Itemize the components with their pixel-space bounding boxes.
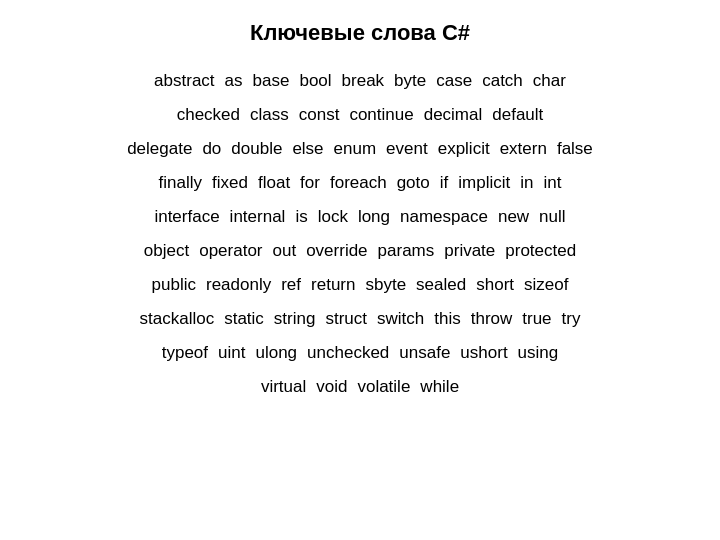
keyword-item: private — [444, 234, 495, 268]
keyword-item: delegate — [127, 132, 192, 166]
keyword-item: short — [476, 268, 514, 302]
keyword-item: object — [144, 234, 189, 268]
keyword-item: fixed — [212, 166, 248, 200]
keyword-item: byte — [394, 64, 426, 98]
keyword-item: for — [300, 166, 320, 200]
keyword-item: internal — [230, 200, 286, 234]
keyword-item: else — [292, 132, 323, 166]
keyword-item: explicit — [438, 132, 490, 166]
keyword-row: virtualvoidvolatilewhile — [10, 370, 710, 404]
keyword-item: null — [539, 200, 565, 234]
keyword-item: sbyte — [365, 268, 406, 302]
keyword-item: break — [342, 64, 385, 98]
keyword-item: abstract — [154, 64, 214, 98]
keyword-item: return — [311, 268, 355, 302]
keyword-item: using — [518, 336, 559, 370]
keyword-item: default — [492, 98, 543, 132]
keyword-item: typeof — [162, 336, 208, 370]
keyword-row: checkedclassconstcontinuedecimaldefault — [10, 98, 710, 132]
keyword-item: sizeof — [524, 268, 568, 302]
keyword-item: struct — [325, 302, 367, 336]
keyword-item: decimal — [424, 98, 483, 132]
keyword-item: case — [436, 64, 472, 98]
keyword-item: virtual — [261, 370, 306, 404]
keyword-item: goto — [397, 166, 430, 200]
keyword-item: class — [250, 98, 289, 132]
keyword-item: this — [434, 302, 460, 336]
keyword-row: abstractasbaseboolbreakbytecasecatchchar — [10, 64, 710, 98]
keyword-item: try — [562, 302, 581, 336]
keyword-item: readonly — [206, 268, 271, 302]
keyword-item: if — [440, 166, 449, 200]
keyword-item: namespace — [400, 200, 488, 234]
keyword-row: interfaceinternalislocklongnamespacenewn… — [10, 200, 710, 234]
keyword-item: protected — [505, 234, 576, 268]
keyword-item: foreach — [330, 166, 387, 200]
keyword-item: catch — [482, 64, 523, 98]
keyword-item: enum — [334, 132, 377, 166]
keyword-item: stackalloc — [140, 302, 215, 336]
keyword-item: ref — [281, 268, 301, 302]
keyword-item: unchecked — [307, 336, 389, 370]
keyword-item: string — [274, 302, 316, 336]
keyword-item: false — [557, 132, 593, 166]
keyword-item: public — [152, 268, 196, 302]
keyword-item: while — [420, 370, 459, 404]
keyword-item: do — [202, 132, 221, 166]
keyword-item: lock — [318, 200, 348, 234]
keywords-container: abstractasbaseboolbreakbytecasecatchchar… — [10, 64, 710, 404]
keyword-item: finally — [159, 166, 202, 200]
keyword-item: switch — [377, 302, 424, 336]
keyword-row: delegatedodoubleelseenumeventexplicitext… — [10, 132, 710, 166]
keyword-row: typeofuintulonguncheckedunsafeushortusin… — [10, 336, 710, 370]
keyword-item: volatile — [357, 370, 410, 404]
keyword-item: long — [358, 200, 390, 234]
keyword-item: uint — [218, 336, 245, 370]
keyword-item: interface — [154, 200, 219, 234]
keyword-item: const — [299, 98, 340, 132]
keyword-row: objectoperatoroutoverrideparamsprivatepr… — [10, 234, 710, 268]
keyword-item: in — [520, 166, 533, 200]
keyword-item: float — [258, 166, 290, 200]
keyword-item: unsafe — [399, 336, 450, 370]
keyword-item: char — [533, 64, 566, 98]
keyword-item: bool — [299, 64, 331, 98]
page-title: Ключевые слова C# — [250, 20, 470, 46]
keyword-item: is — [295, 200, 307, 234]
keyword-row: stackallocstaticstringstructswitchthisth… — [10, 302, 710, 336]
keyword-item: void — [316, 370, 347, 404]
keyword-item: throw — [471, 302, 513, 336]
keyword-row: finallyfixedfloatforforeachgotoifimplici… — [10, 166, 710, 200]
keyword-item: extern — [500, 132, 547, 166]
keyword-item: double — [231, 132, 282, 166]
keyword-item: new — [498, 200, 529, 234]
keyword-item: checked — [177, 98, 240, 132]
keyword-item: ushort — [460, 336, 507, 370]
keyword-item: override — [306, 234, 367, 268]
keyword-item: ulong — [255, 336, 297, 370]
keyword-item: as — [225, 64, 243, 98]
keyword-item: int — [543, 166, 561, 200]
keyword-item: sealed — [416, 268, 466, 302]
keyword-item: base — [253, 64, 290, 98]
keyword-item: continue — [349, 98, 413, 132]
keyword-item: params — [378, 234, 435, 268]
keyword-item: event — [386, 132, 428, 166]
keyword-item: implicit — [458, 166, 510, 200]
keyword-item: operator — [199, 234, 262, 268]
keyword-item: out — [273, 234, 297, 268]
keyword-row: publicreadonlyrefreturnsbytesealedshorts… — [10, 268, 710, 302]
keyword-item: static — [224, 302, 264, 336]
keyword-item: true — [522, 302, 551, 336]
